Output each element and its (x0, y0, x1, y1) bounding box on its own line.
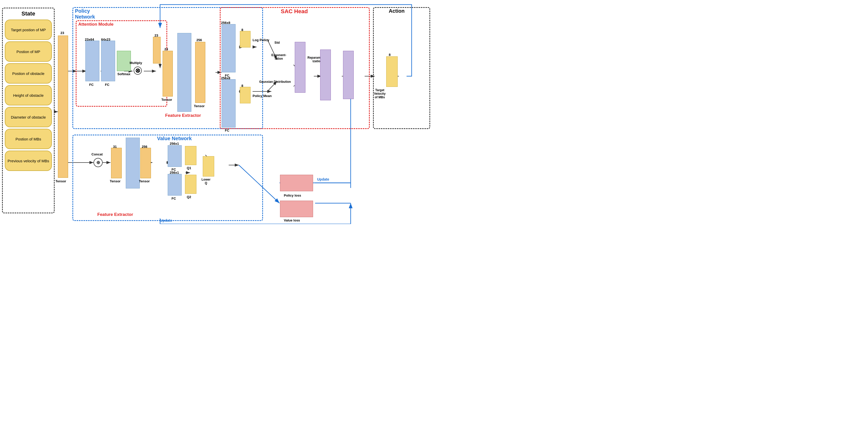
concat-circle: ⊕ (94, 158, 103, 167)
action-label: Action (389, 8, 405, 14)
val-fc-top (168, 145, 182, 167)
value-loss-label: Value loss (284, 218, 300, 222)
attn-fc1-label: FC (89, 83, 94, 87)
value-network-label: Value Network (157, 136, 192, 141)
val-tensor-256 (140, 148, 151, 178)
pn-label-line2: Network (75, 14, 95, 20)
val-tensor2-label: Tensor (139, 179, 150, 183)
concat-label: Concat (91, 152, 103, 156)
tensor-state-bar (58, 36, 68, 178)
sac-label-text: SAC Head (281, 8, 308, 14)
label-23-state: 23 (60, 31, 64, 35)
action-box (373, 7, 430, 129)
diagram: State Target postion of MP Postion of MP… (0, 0, 434, 224)
state-item-2: Postion of obstacle (5, 63, 52, 84)
action-dim8: 8 (389, 53, 391, 57)
value-loss-box (280, 201, 313, 217)
val-q1 (185, 146, 196, 165)
sac-blue-bottom (222, 79, 236, 127)
val-q2-label: Q2 (187, 195, 191, 199)
sac-gold-top (240, 31, 251, 47)
sac-purple-2 (320, 50, 331, 100)
pn-tensor-256 (195, 42, 205, 103)
attn-input-23: 23 (154, 34, 158, 37)
pn-dim23: 23 (164, 47, 168, 51)
sac-blue-top (222, 24, 236, 72)
update-label-2: Update (160, 218, 172, 222)
state-item-0: Target postion of MP (5, 20, 52, 40)
state-item-3: Height of obstacle (5, 85, 52, 105)
feat-ext-val-label: Feature Extractor (97, 212, 133, 217)
multiply-symbol: ⊗ (134, 67, 142, 75)
action-target-vel: TargetVelocityof MBs (374, 88, 385, 99)
pn-dim256: 256 (196, 38, 202, 42)
sac-purple-1 (295, 42, 305, 93)
attention-title: Attention Module (78, 22, 114, 27)
action-gold (386, 56, 398, 87)
sac-fc2-label: FC (225, 129, 229, 132)
feat-ext-policy-label: Feature Extractor (165, 113, 201, 118)
val-lower-q (203, 156, 214, 177)
pn-tensor256-label: Tensor (194, 104, 205, 108)
policy-network-label: Policy Network (75, 8, 95, 20)
pn-blue-tall (177, 33, 191, 112)
sac-gold-bottom (240, 87, 251, 103)
val-lower-q-label: LowerQ (202, 178, 210, 185)
state-item-4: Diameter of obstacle (5, 107, 52, 127)
sac-exponent: Exponent-iation (271, 53, 286, 60)
attn-softmax-block (117, 51, 131, 71)
sac-policy-mean: Policy Mean (253, 94, 272, 98)
attn-fc1-block (85, 41, 99, 81)
state-item-6: Previous velocity of MBs (5, 151, 52, 171)
sac-gaussian: Gaussian Distribution (259, 80, 291, 84)
policy-loss-box (280, 175, 313, 191)
val-q1-label: Q1 (187, 166, 191, 170)
state-item-5: Postion of MBs (5, 129, 52, 149)
val-blue-tall (126, 138, 140, 188)
attn-fc2-block (101, 41, 115, 81)
val-dim256x1-1: 256x1 (170, 142, 179, 146)
policy-loss-label: Policy loss (284, 194, 301, 197)
attn-fc2-label: FC (105, 83, 109, 87)
sac-head-label: SAC Head (281, 8, 308, 15)
state-title: State (22, 10, 35, 17)
multiply-label: Multiply (130, 61, 142, 65)
state-item-1: Postion of MP (5, 41, 52, 62)
pn-tensor-23 (163, 51, 173, 97)
pn-label-line1: Policy (75, 8, 90, 14)
tensor-state-label: Tensor (55, 179, 66, 183)
val-tensor1-label: Tensor (110, 179, 120, 183)
pn-tensor23-label: Tensor (161, 98, 172, 102)
attn-input-tensor (153, 37, 161, 63)
attn-softmax-label: Softmax (117, 72, 130, 76)
val-q2 (185, 175, 196, 194)
val-fc2-label: FC (172, 197, 176, 200)
val-tensor-31 (111, 148, 122, 178)
val-fc-bottom (168, 174, 182, 196)
sac-log-policy: Log Policy (253, 38, 269, 42)
sac-purple-3 (343, 51, 354, 99)
update-label-1: Update (317, 177, 329, 181)
state-box: State Target postion of MP Postion of MP… (2, 8, 55, 213)
sac-std: Std (274, 41, 280, 44)
